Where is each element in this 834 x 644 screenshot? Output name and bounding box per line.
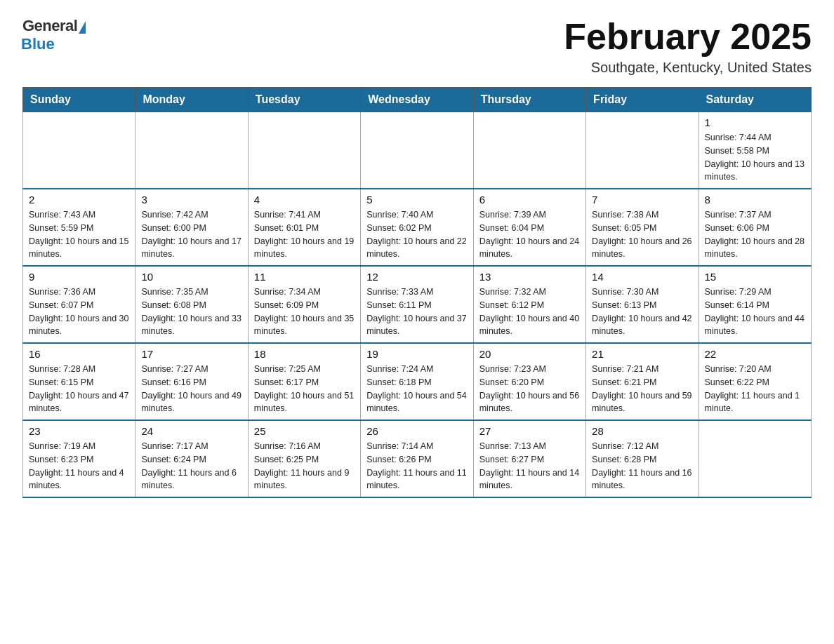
calendar-cell: 23Sunrise: 7:19 AMSunset: 6:23 PMDayligh… xyxy=(23,420,135,497)
calendar-cell: 12Sunrise: 7:33 AMSunset: 6:11 PMDayligh… xyxy=(361,266,473,343)
page-header: General Blue February 2025 Southgate, Ke… xyxy=(22,17,812,76)
day-info: Sunrise: 7:29 AMSunset: 6:14 PMDaylight:… xyxy=(705,286,805,338)
calendar-cell: 16Sunrise: 7:28 AMSunset: 6:15 PMDayligh… xyxy=(23,343,135,420)
day-info: Sunrise: 7:12 AMSunset: 6:28 PMDaylight:… xyxy=(592,440,692,492)
day-number: 21 xyxy=(592,348,692,360)
calendar-cell: 6Sunrise: 7:39 AMSunset: 6:04 PMDaylight… xyxy=(473,189,585,266)
calendar-cell: 24Sunrise: 7:17 AMSunset: 6:24 PMDayligh… xyxy=(135,420,248,497)
day-info: Sunrise: 7:37 AMSunset: 6:06 PMDaylight:… xyxy=(705,208,805,261)
calendar-cell xyxy=(473,112,585,189)
calendar-cell: 8Sunrise: 7:37 AMSunset: 6:06 PMDaylight… xyxy=(699,189,811,266)
day-info: Sunrise: 7:33 AMSunset: 6:11 PMDaylight:… xyxy=(366,286,467,338)
calendar-cell: 13Sunrise: 7:32 AMSunset: 6:12 PMDayligh… xyxy=(473,266,585,343)
calendar-week-2: 2Sunrise: 7:43 AMSunset: 5:59 PMDaylight… xyxy=(23,189,812,266)
calendar-cell: 18Sunrise: 7:25 AMSunset: 6:17 PMDayligh… xyxy=(248,343,360,420)
location-subtitle: Southgate, Kentucky, United States xyxy=(564,60,812,76)
day-info: Sunrise: 7:27 AMSunset: 6:16 PMDaylight:… xyxy=(141,363,241,415)
calendar-cell: 17Sunrise: 7:27 AMSunset: 6:16 PMDayligh… xyxy=(135,343,248,420)
day-number: 16 xyxy=(29,348,129,360)
weekday-header-tuesday: Tuesday xyxy=(248,88,360,112)
day-info: Sunrise: 7:41 AMSunset: 6:01 PMDaylight:… xyxy=(254,208,355,261)
calendar-table: SundayMondayTuesdayWednesdayThursdayFrid… xyxy=(22,87,812,498)
day-number: 13 xyxy=(479,271,580,283)
calendar-cell: 26Sunrise: 7:14 AMSunset: 6:26 PMDayligh… xyxy=(361,420,473,497)
day-info: Sunrise: 7:38 AMSunset: 6:05 PMDaylight:… xyxy=(592,208,692,261)
calendar-cell: 11Sunrise: 7:34 AMSunset: 6:09 PMDayligh… xyxy=(248,266,360,343)
day-info: Sunrise: 7:43 AMSunset: 5:59 PMDaylight:… xyxy=(29,208,129,261)
day-info: Sunrise: 7:36 AMSunset: 6:07 PMDaylight:… xyxy=(29,286,129,338)
day-number: 25 xyxy=(254,425,355,437)
day-number: 1 xyxy=(705,116,805,128)
day-number: 27 xyxy=(479,425,580,437)
day-info: Sunrise: 7:20 AMSunset: 6:22 PMDaylight:… xyxy=(705,363,805,415)
calendar-cell xyxy=(699,420,811,497)
calendar-week-1: 1Sunrise: 7:44 AMSunset: 5:58 PMDaylight… xyxy=(23,112,812,189)
weekday-header-friday: Friday xyxy=(586,88,699,112)
day-info: Sunrise: 7:34 AMSunset: 6:09 PMDaylight:… xyxy=(254,286,355,338)
calendar-week-5: 23Sunrise: 7:19 AMSunset: 6:23 PMDayligh… xyxy=(23,420,812,497)
day-number: 22 xyxy=(705,348,805,360)
day-number: 18 xyxy=(254,348,355,360)
calendar-cell: 4Sunrise: 7:41 AMSunset: 6:01 PMDaylight… xyxy=(248,189,360,266)
day-number: 12 xyxy=(366,271,467,283)
weekday-header-thursday: Thursday xyxy=(473,88,585,112)
day-number: 17 xyxy=(141,348,241,360)
day-number: 8 xyxy=(705,194,805,206)
day-info: Sunrise: 7:17 AMSunset: 6:24 PMDaylight:… xyxy=(141,440,241,492)
weekday-header-wednesday: Wednesday xyxy=(361,88,473,112)
day-number: 5 xyxy=(366,194,467,206)
day-number: 20 xyxy=(479,348,580,360)
calendar-cell: 22Sunrise: 7:20 AMSunset: 6:22 PMDayligh… xyxy=(699,343,811,420)
calendar-cell: 7Sunrise: 7:38 AMSunset: 6:05 PMDaylight… xyxy=(586,189,699,266)
day-number: 15 xyxy=(705,271,805,283)
calendar-cell xyxy=(23,112,135,189)
day-number: 9 xyxy=(29,271,129,283)
day-number: 26 xyxy=(366,425,467,437)
calendar-cell: 5Sunrise: 7:40 AMSunset: 6:02 PMDaylight… xyxy=(361,189,473,266)
calendar-cell xyxy=(248,112,360,189)
calendar-cell: 25Sunrise: 7:16 AMSunset: 6:25 PMDayligh… xyxy=(248,420,360,497)
day-number: 7 xyxy=(592,194,692,206)
day-number: 3 xyxy=(141,194,241,206)
calendar-cell: 2Sunrise: 7:43 AMSunset: 5:59 PMDaylight… xyxy=(23,189,135,266)
day-info: Sunrise: 7:19 AMSunset: 6:23 PMDaylight:… xyxy=(29,440,129,492)
day-number: 10 xyxy=(141,271,241,283)
day-info: Sunrise: 7:24 AMSunset: 6:18 PMDaylight:… xyxy=(366,363,467,415)
calendar-week-3: 9Sunrise: 7:36 AMSunset: 6:07 PMDaylight… xyxy=(23,266,812,343)
calendar-cell xyxy=(135,112,248,189)
weekday-header-sunday: Sunday xyxy=(23,88,135,112)
calendar-cell: 3Sunrise: 7:42 AMSunset: 6:00 PMDaylight… xyxy=(135,189,248,266)
logo-general-text: General xyxy=(22,17,77,35)
day-info: Sunrise: 7:23 AMSunset: 6:20 PMDaylight:… xyxy=(479,363,580,415)
day-info: Sunrise: 7:25 AMSunset: 6:17 PMDaylight:… xyxy=(254,363,355,415)
calendar-cell: 21Sunrise: 7:21 AMSunset: 6:21 PMDayligh… xyxy=(586,343,699,420)
day-info: Sunrise: 7:44 AMSunset: 5:58 PMDaylight:… xyxy=(705,131,805,184)
title-block: February 2025 Southgate, Kentucky, Unite… xyxy=(564,17,812,76)
day-info: Sunrise: 7:14 AMSunset: 6:26 PMDaylight:… xyxy=(366,440,467,492)
day-number: 4 xyxy=(254,194,355,206)
calendar-cell: 20Sunrise: 7:23 AMSunset: 6:20 PMDayligh… xyxy=(473,343,585,420)
day-number: 14 xyxy=(592,271,692,283)
day-number: 23 xyxy=(29,425,129,437)
day-number: 6 xyxy=(479,194,580,206)
day-number: 24 xyxy=(141,425,241,437)
calendar-cell: 14Sunrise: 7:30 AMSunset: 6:13 PMDayligh… xyxy=(586,266,699,343)
logo: General Blue xyxy=(22,17,86,53)
day-info: Sunrise: 7:13 AMSunset: 6:27 PMDaylight:… xyxy=(479,440,580,492)
logo-blue-text: Blue xyxy=(21,35,55,53)
month-title: February 2025 xyxy=(564,17,812,57)
day-info: Sunrise: 7:40 AMSunset: 6:02 PMDaylight:… xyxy=(366,208,467,261)
calendar-header-row: SundayMondayTuesdayWednesdayThursdayFrid… xyxy=(23,88,812,112)
calendar-cell xyxy=(361,112,473,189)
day-info: Sunrise: 7:35 AMSunset: 6:08 PMDaylight:… xyxy=(141,286,241,338)
day-info: Sunrise: 7:21 AMSunset: 6:21 PMDaylight:… xyxy=(592,363,692,415)
day-number: 2 xyxy=(29,194,129,206)
day-info: Sunrise: 7:42 AMSunset: 6:00 PMDaylight:… xyxy=(141,208,241,261)
day-info: Sunrise: 7:32 AMSunset: 6:12 PMDaylight:… xyxy=(479,286,580,338)
day-info: Sunrise: 7:16 AMSunset: 6:25 PMDaylight:… xyxy=(254,440,355,492)
logo-triangle-icon xyxy=(79,21,86,34)
calendar-cell: 10Sunrise: 7:35 AMSunset: 6:08 PMDayligh… xyxy=(135,266,248,343)
calendar-cell: 15Sunrise: 7:29 AMSunset: 6:14 PMDayligh… xyxy=(699,266,811,343)
calendar-cell xyxy=(586,112,699,189)
day-info: Sunrise: 7:30 AMSunset: 6:13 PMDaylight:… xyxy=(592,286,692,338)
